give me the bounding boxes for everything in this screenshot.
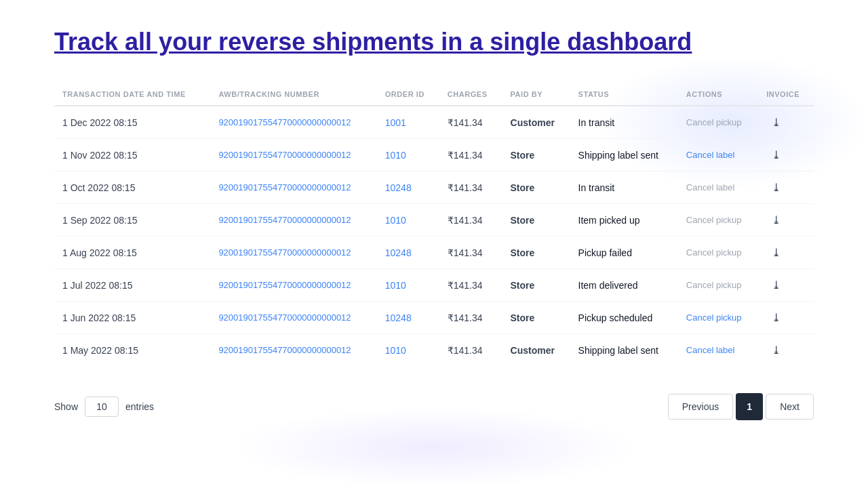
entries-input[interactable] bbox=[85, 396, 119, 417]
action-cancel-button[interactable]: Cancel label bbox=[686, 182, 735, 192]
cell-order[interactable]: 1010 bbox=[377, 139, 439, 171]
cell-date: 1 Jun 2022 08:15 bbox=[54, 302, 210, 334]
cell-paid-by: Store bbox=[502, 269, 570, 302]
table-row: 1 Jun 2022 08:15 92001901755477000000000… bbox=[54, 302, 814, 334]
cell-date: 1 Jul 2022 08:15 bbox=[54, 269, 210, 302]
cell-awb[interactable]: 920019017554770000000000012 bbox=[210, 139, 376, 171]
next-button[interactable]: Next bbox=[766, 394, 814, 420]
cell-paid-by: Store bbox=[502, 171, 570, 204]
cell-order[interactable]: 10248 bbox=[377, 171, 439, 204]
download-icon[interactable]: ⤓ bbox=[772, 312, 781, 323]
table-row: 1 Sep 2022 08:15 92001901755477000000000… bbox=[54, 204, 814, 237]
cell-awb[interactable]: 920019017554770000000000012 bbox=[210, 171, 376, 204]
table-row: 1 May 2022 08:15 92001901755477000000000… bbox=[54, 334, 814, 367]
action-cancel-button[interactable]: Cancel pickup bbox=[686, 247, 742, 258]
cell-order[interactable]: 10248 bbox=[377, 302, 439, 334]
pagination-buttons: Previous 1 Next bbox=[668, 393, 814, 420]
cell-paid-by: Store bbox=[502, 139, 570, 171]
cell-status: Shipping label sent bbox=[570, 139, 678, 171]
cell-awb[interactable]: 920019017554770000000000012 bbox=[210, 334, 376, 367]
shipments-table: TRANSACTION DATE AND TIME AWB/TRACKING N… bbox=[54, 83, 814, 366]
cell-charges: ₹141.34 bbox=[439, 269, 502, 302]
cell-actions: Cancel pickup bbox=[678, 269, 758, 302]
cell-awb[interactable]: 920019017554770000000000012 bbox=[210, 106, 376, 139]
table-row: 1 Oct 2022 08:15 92001901755477000000000… bbox=[54, 171, 814, 204]
download-icon[interactable]: ⤓ bbox=[772, 279, 781, 291]
shipments-table-wrapper: TRANSACTION DATE AND TIME AWB/TRACKING N… bbox=[54, 83, 814, 366]
cell-actions: Cancel pickup bbox=[678, 302, 758, 334]
table-row: 1 Dec 2022 08:15 92001901755477000000000… bbox=[54, 106, 814, 139]
cell-status: Pickup scheduled bbox=[570, 302, 678, 334]
cell-status: In transit bbox=[570, 171, 678, 204]
cell-charges: ₹141.34 bbox=[439, 106, 502, 139]
col-header-charges: CHARGES bbox=[439, 83, 502, 106]
cell-actions: Cancel pickup bbox=[678, 204, 758, 237]
cell-actions: Cancel label bbox=[678, 334, 758, 367]
download-icon[interactable]: ⤓ bbox=[772, 247, 781, 258]
cell-paid-by: Store bbox=[502, 237, 570, 269]
cell-awb[interactable]: 920019017554770000000000012 bbox=[210, 269, 376, 302]
download-icon[interactable]: ⤓ bbox=[772, 214, 781, 226]
col-header-awb: AWB/TRACKING NUMBER bbox=[210, 83, 376, 106]
cell-date: 1 May 2022 08:15 bbox=[54, 334, 210, 367]
cell-charges: ₹141.34 bbox=[439, 139, 502, 171]
previous-button[interactable]: Previous bbox=[668, 394, 733, 420]
cell-status: Item delivered bbox=[570, 269, 678, 302]
cell-date: 1 Nov 2022 08:15 bbox=[54, 139, 210, 171]
download-icon[interactable]: ⤓ bbox=[772, 117, 781, 128]
cell-actions: Cancel label bbox=[678, 139, 758, 171]
action-cancel-button[interactable]: Cancel pickup bbox=[686, 280, 742, 290]
cell-invoice: ⤓ bbox=[758, 139, 814, 171]
page-1-button[interactable]: 1 bbox=[736, 393, 763, 420]
cell-actions: Cancel pickup bbox=[678, 237, 758, 269]
cell-status: Pickup failed bbox=[570, 237, 678, 269]
cell-status: In transit bbox=[570, 106, 678, 139]
pagination-row: Show entries Previous 1 Next bbox=[54, 393, 814, 420]
download-icon[interactable]: ⤓ bbox=[772, 149, 781, 161]
action-cancel-button[interactable]: Cancel pickup bbox=[686, 117, 742, 127]
cell-invoice: ⤓ bbox=[758, 106, 814, 139]
cell-awb[interactable]: 920019017554770000000000012 bbox=[210, 204, 376, 237]
cell-date: 1 Sep 2022 08:15 bbox=[54, 204, 210, 237]
col-header-order: ORDER ID bbox=[377, 83, 439, 106]
download-icon[interactable]: ⤓ bbox=[772, 344, 781, 356]
col-header-actions: ACTIONS bbox=[678, 83, 758, 106]
cell-date: 1 Dec 2022 08:15 bbox=[54, 106, 210, 139]
cell-invoice: ⤓ bbox=[758, 302, 814, 334]
col-header-invoice: INVOICE bbox=[758, 83, 814, 106]
action-cancel-button[interactable]: Cancel pickup bbox=[686, 215, 742, 225]
download-icon[interactable]: ⤓ bbox=[772, 182, 781, 193]
cell-paid-by: Customer bbox=[502, 106, 570, 139]
cell-charges: ₹141.34 bbox=[439, 237, 502, 269]
show-label: Show bbox=[54, 401, 78, 412]
cell-actions: Cancel label bbox=[678, 171, 758, 204]
cell-invoice: ⤓ bbox=[758, 171, 814, 204]
cell-status: Item picked up bbox=[570, 204, 678, 237]
cell-order[interactable]: 1010 bbox=[377, 269, 439, 302]
cell-awb[interactable]: 920019017554770000000000012 bbox=[210, 302, 376, 334]
cell-paid-by: Store bbox=[502, 204, 570, 237]
cell-invoice: ⤓ bbox=[758, 237, 814, 269]
cell-order[interactable]: 1010 bbox=[377, 204, 439, 237]
col-header-date: TRANSACTION DATE AND TIME bbox=[54, 83, 210, 106]
cell-date: 1 Aug 2022 08:15 bbox=[54, 237, 210, 269]
cell-charges: ₹141.34 bbox=[439, 171, 502, 204]
col-header-status: STATUS bbox=[570, 83, 678, 106]
cell-order[interactable]: 1010 bbox=[377, 334, 439, 367]
cell-order[interactable]: 10248 bbox=[377, 237, 439, 269]
cell-charges: ₹141.34 bbox=[439, 204, 502, 237]
cell-status: Shipping label sent bbox=[570, 334, 678, 367]
table-row: 1 Nov 2022 08:15 92001901755477000000000… bbox=[54, 139, 814, 171]
action-cancel-button[interactable]: Cancel label bbox=[686, 150, 735, 160]
cell-charges: ₹141.34 bbox=[439, 334, 502, 367]
cell-actions: Cancel pickup bbox=[678, 106, 758, 139]
action-cancel-button[interactable]: Cancel label bbox=[686, 345, 735, 355]
cell-charges: ₹141.34 bbox=[439, 302, 502, 334]
cell-invoice: ⤓ bbox=[758, 269, 814, 302]
cell-paid-by: Customer bbox=[502, 334, 570, 367]
table-header-row: TRANSACTION DATE AND TIME AWB/TRACKING N… bbox=[54, 83, 814, 106]
cell-order[interactable]: 1001 bbox=[377, 106, 439, 139]
show-entries-control: Show entries bbox=[54, 396, 154, 417]
cell-awb[interactable]: 920019017554770000000000012 bbox=[210, 237, 376, 269]
action-cancel-button[interactable]: Cancel pickup bbox=[686, 312, 742, 323]
